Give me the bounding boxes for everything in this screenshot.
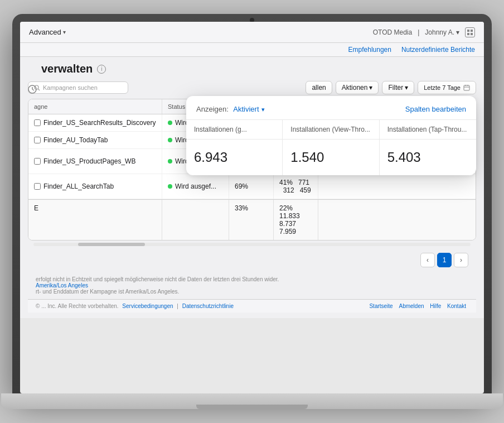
status-dot-3 xyxy=(168,159,172,164)
header-right: OTOD Media | Johnny A. ▾ xyxy=(373,27,475,37)
screen: Advanced ▾ OTOD Media | Johnny A. ▾ xyxy=(20,22,484,393)
company-name: OTOD Media xyxy=(373,28,412,36)
row-checkbox-2[interactable] xyxy=(34,137,41,143)
scrollbar-thumb[interactable] xyxy=(78,243,145,246)
app-header: Advanced ▾ OTOD Media | Johnny A. ▾ xyxy=(20,22,484,43)
toolbar-row: Kampagnen suchen allen Aktionen ▾ Filter xyxy=(28,81,476,94)
svg-rect-2 xyxy=(467,33,469,35)
search-placeholder: Kampagnen suchen xyxy=(43,84,98,91)
current-page-button[interactable]: 1 xyxy=(437,253,452,267)
footer-logout-link[interactable]: Abmelden xyxy=(399,303,424,309)
sub-nav: Empfehlungen Nutzerdefinierte Berichte xyxy=(20,43,484,57)
popup-value-1: 6.943 xyxy=(186,140,283,175)
popup-show-value[interactable]: Aktiviert xyxy=(233,105,259,113)
svg-rect-0 xyxy=(467,30,469,32)
filter-button[interactable]: Filter ▾ xyxy=(382,81,414,94)
summary-label: E xyxy=(28,200,162,240)
user-chevron-icon: ▾ xyxy=(456,28,459,36)
summary-extra: 22% 11.833 8.737 7.959 xyxy=(274,200,318,240)
status-dot-4 xyxy=(168,184,172,189)
date-picker[interactable]: Letzte 7 Tage xyxy=(418,81,476,94)
popup-value-3: 5.403 xyxy=(380,140,476,175)
next-page-button[interactable]: › xyxy=(454,253,468,267)
popup-show-section: Anzeigen: Aktiviert ▾ xyxy=(196,104,265,114)
th-name: agne xyxy=(28,99,162,114)
footer-help-link[interactable]: Hilfe xyxy=(430,303,441,309)
info-icon-label: i xyxy=(101,66,102,72)
main-content: verwalten i Kampagnen suchen xyxy=(20,57,484,318)
footer-bar: © ... Inc. Alle Rechte vorbehalten. Serv… xyxy=(28,299,476,313)
popup-show-label: Anzeigen: xyxy=(196,105,229,113)
toolbar-left: Kampagnen suchen xyxy=(28,81,128,94)
pagination: ‹ 1 › xyxy=(28,248,476,272)
popup-col-header-3: Installationen (Tap-Throu... xyxy=(380,120,476,139)
grid-icon[interactable] xyxy=(465,27,475,37)
btn-group: allen Aktionen ▾ Filter ▾ Letzte 7 Tage xyxy=(306,81,476,94)
status-dot-2 xyxy=(168,138,172,142)
header-separator: | xyxy=(418,28,419,36)
popup-value-2: 1.540 xyxy=(283,140,379,175)
date-range-label: Letzte 7 Tage xyxy=(424,84,461,91)
footer-timezone-row: Amerika/Los Angeles xyxy=(36,282,468,289)
row-checkbox-4[interactable] xyxy=(34,183,41,190)
svg-line-6 xyxy=(32,89,34,90)
grid-svg xyxy=(467,30,473,35)
footer-nav: Startseite Abmelden Hilfe Kontakt xyxy=(367,303,468,309)
calendar-icon xyxy=(463,84,470,91)
summary-cr: 33% xyxy=(229,200,274,240)
popup-col-headers: Installationen (g... Installationen (Vie… xyxy=(186,120,476,140)
popup-card: Anzeigen: Aktiviert ▾ Spalten bearbeiten… xyxy=(186,96,476,175)
recommendations-link[interactable]: Empfehlungen xyxy=(348,46,391,54)
svg-rect-9 xyxy=(464,85,469,90)
row-checkbox-3[interactable] xyxy=(34,158,41,165)
terms-link[interactable]: Servicebedingungen xyxy=(122,303,173,309)
campaign-extra-4: 41% 771 312 459 xyxy=(274,174,318,199)
header-left: Advanced ▾ xyxy=(29,28,66,36)
row-checkbox-1[interactable] xyxy=(34,119,41,126)
table-row: Finder_ALL_SearchTab Wird ausgef... 69% … xyxy=(28,174,476,199)
privacy-link[interactable]: Datenschutzrichtlinie xyxy=(182,303,234,309)
svg-rect-1 xyxy=(471,30,473,32)
custom-reports-link[interactable]: Nutzerdefinierte Berichte xyxy=(401,46,475,54)
footer-home-link[interactable]: Startseite xyxy=(369,303,392,309)
popup-col-header-1: Installationen (g... xyxy=(186,120,283,139)
summary-status xyxy=(162,200,229,240)
summary-row: E 33% 22% 11.833 8.737 7.959 xyxy=(28,199,476,240)
footer-note-1: erfolgt nicht in Echtzeit und spiegelt m… xyxy=(36,276,468,282)
footer-legal: © ... Inc. Alle Rechte vorbehalten. Serv… xyxy=(36,303,236,309)
popup-edit-columns-button[interactable]: Spalten bearbeiten xyxy=(405,105,466,113)
actions-button[interactable]: Aktionen ▾ xyxy=(336,81,379,94)
advanced-chevron-icon: ▾ xyxy=(63,29,66,35)
laptop-base xyxy=(1,393,503,409)
page-title: verwalten xyxy=(41,63,93,75)
footer-contact-link[interactable]: Kontakt xyxy=(447,303,466,309)
popup-chevron-icon: ▾ xyxy=(261,106,265,113)
popup-col-header-2: Installationen (View-Thro... xyxy=(283,120,379,139)
page-title-row: verwalten i xyxy=(41,63,476,75)
footer-note-2: rt- und Enddatum der Kampagne ist Amerik… xyxy=(36,289,468,295)
svg-line-8 xyxy=(38,89,40,90)
status-dot-1 xyxy=(168,121,172,125)
user-name: Johnny A. xyxy=(425,28,454,36)
info-icon[interactable]: i xyxy=(97,65,106,74)
prev-page-button[interactable]: ‹ xyxy=(420,253,435,267)
clock-icon xyxy=(28,85,37,96)
popup-values-row: 6.943 1.540 5.403 xyxy=(186,140,476,175)
all-button[interactable]: allen xyxy=(306,81,332,94)
footer-notes: erfolgt nicht in Echtzeit und spiegelt m… xyxy=(28,272,476,299)
campaign-name-3: Finder_US_ProductPages_WB xyxy=(28,149,162,174)
popup-header: Anzeigen: Aktiviert ▾ Spalten bearbeiten xyxy=(186,96,476,120)
advanced-menu-button[interactable]: Advanced ▾ xyxy=(29,28,66,36)
campaign-name-2: Finder_AU_TodayTab xyxy=(28,132,162,148)
timezone-link[interactable]: Amerika/Los Angeles xyxy=(36,282,88,289)
svg-rect-3 xyxy=(471,33,473,35)
campaign-status-4: Wird ausgef... xyxy=(162,174,229,199)
campaign-name-1: Finder_US_SearchResults_Discovery xyxy=(28,114,162,131)
user-menu-button[interactable]: Johnny A. ▾ xyxy=(425,28,459,36)
search-box[interactable]: Kampagnen suchen xyxy=(28,81,128,94)
scrollbar-track[interactable] xyxy=(33,243,471,246)
advanced-label: Advanced xyxy=(29,28,61,36)
campaign-cr-4: 69% xyxy=(229,174,274,199)
campaign-name-4: Finder_ALL_SearchTab xyxy=(28,174,162,199)
